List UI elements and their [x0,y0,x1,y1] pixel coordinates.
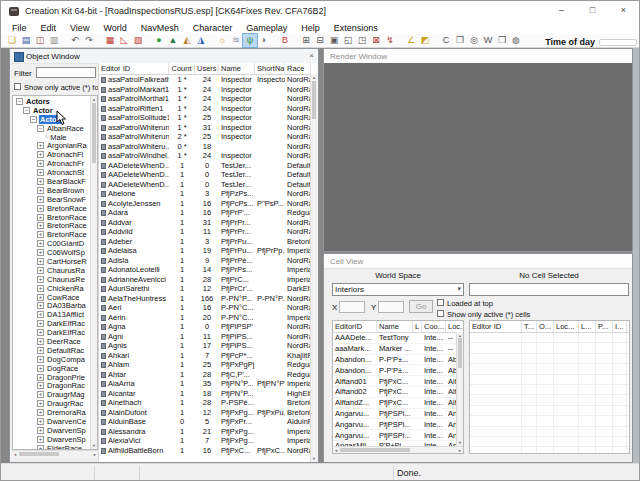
collapse-icon[interactable] [16,98,23,105]
table-row[interactable]: Alessandra121PfjPxPg...Imperial... [99,427,317,437]
expand-icon[interactable] [37,320,44,327]
expand-icon[interactable] [37,427,44,434]
expand-icon[interactable] [37,196,44,203]
table-row[interactable]: Addvar131PfjPrPr...NordRa... [99,218,317,228]
table-row[interactable]: Agna10PfjPiPSP'NordRa... [99,322,317,332]
tree-item-bearblackf[interactable]: BearBlackF [14,177,89,186]
save-icon[interactable]: ▤ [19,34,33,47]
table-row[interactable]: AdrianneAvenicci128PfjPrC...Imperial... [99,275,317,285]
show-only-active-cells-checkbox[interactable] [437,310,444,317]
table-row[interactable]: AelaTheHuntress1166P-PN°P...P-PN°P...Nor… [99,294,317,304]
table-row[interactable]: Aicantar118PfjPN°P...HighElf... [99,389,317,399]
cell-row[interactable]: Abandon...P-P'P±...Inte...Aba... [333,365,463,376]
column-header[interactable]: L [413,321,422,332]
column-header[interactable]: Count [169,63,195,74]
expand-icon[interactable] [37,231,44,238]
minimize-button[interactable]: – [546,1,577,21]
table-row[interactable]: Ahlam125PfjPxPgPjRedgua... [99,360,317,370]
expand-icon[interactable] [37,178,44,185]
tree-item-male[interactable]: └Male [14,133,89,142]
expand-icon[interactable] [37,240,44,247]
hall-of-markers-icon[interactable]: ▣ [327,34,341,47]
y-coordinate-input[interactable] [378,301,404,313]
redo-icon[interactable]: ↷ [82,34,96,47]
column-header[interactable]: Name [377,321,413,332]
table-row[interactable]: Aeri116P-PN°C...NordRa... [99,303,317,313]
column-header[interactable]: Editor ID [470,321,522,332]
expand-icon[interactable] [37,418,44,425]
collapse-icon[interactable] [23,107,30,114]
tree-item-dogcompa[interactable]: DogCompa [14,355,89,364]
close-button[interactable]: × [608,1,639,21]
scroll-right-icon[interactable] [93,452,97,457]
cell-list-horizontal-scrollbar[interactable] [333,446,463,453]
world-spaces-icon[interactable]: W [481,34,495,47]
collapse-icon[interactable] [30,116,37,123]
expand-icon[interactable] [37,347,44,354]
table-row[interactable]: Ahkari17PfjPcP*...KhajiitR... [99,351,317,361]
table-row[interactable]: asaPatrolWhiterun22 *25InspectorNordRa..… [99,132,317,142]
render-window-titlebar[interactable]: Render Window [324,49,632,64]
scroll-thumb[interactable] [458,338,462,368]
grass-icon[interactable]: ψ [243,34,257,47]
column-header[interactable]: EditorID [333,321,377,332]
tree-item-bearsnowf[interactable]: BearSnowF [14,195,89,204]
tree-item-dragonrac[interactable]: DragonRac [14,382,89,391]
expand-icon[interactable] [37,169,44,176]
scroll-left-icon[interactable] [13,452,17,457]
menu-view[interactable]: View [63,23,96,33]
cell-row[interactable]: Abandon...P-P'P±...Inte...Aba... [333,355,463,366]
unbound-window-icon[interactable]: ⊠ [369,34,383,47]
table-row[interactable]: asaPatrolRiften11 *24InspectorNordRa... [99,104,317,114]
undo-icon[interactable]: ↶ [68,34,82,47]
cell-filter-input[interactable] [469,283,629,296]
tree-item-bretonrace[interactable]: BretonRace [14,230,89,239]
tree-item-darkelfrac[interactable]: DarkElfRac [14,319,89,328]
filter-input[interactable] [36,67,96,78]
table-row[interactable]: AiaArria135PfjPN°P...PfjPN°P'Imperial... [99,379,317,389]
column-header[interactable]: Editor ID [99,63,169,74]
table-row[interactable]: Aerin120P-PN°C...Imperial... [99,313,317,323]
tree-item-actor[interactable]: Actor [14,106,89,115]
expand-icon[interactable] [37,356,44,363]
expand-icon[interactable] [37,338,44,345]
menu-navmesh[interactable]: NavMesh [134,23,186,33]
cell-row[interactable]: Alftand01PfjPxC...Inte...Alft... [333,376,463,387]
collapse-icon[interactable] [37,125,44,132]
expand-icon[interactable] [37,329,44,336]
time-of-day-slider[interactable] [599,39,637,46]
expand-icon[interactable] [37,391,44,398]
tree-item-darkelfrac[interactable]: DarkElfRac [14,328,89,337]
table-row[interactable]: AlduinBase05PfjPxPr...AlduinR... [99,417,317,427]
landscape-icon[interactable]: ▲ [166,34,180,47]
cell-row[interactable]: Alftand02PfjPxC...Inte...Alft... [333,387,463,398]
table-row[interactable]: Adisla19PfjPrPé...NordRa... [99,256,317,266]
table-row[interactable]: Adelaisa119PfjPrPu...PfjPrPp...Imperial.… [99,246,317,256]
globe-icon[interactable]: ◍ [509,34,523,47]
cell-row[interactable]: Angarvu...PfjPSPi...Inte...Ang... [333,409,463,420]
menu-edit[interactable]: Edit [34,23,64,33]
table-row[interactable]: asaPatrolWhiteru..0 *18NordRa... [99,142,317,152]
column-header[interactable]: Users [195,63,219,74]
table-row[interactable]: Addvild111PfjPrPr...NordRa... [99,227,317,237]
save-window-icon[interactable]: ❒ [495,34,509,47]
column-header[interactable]: O... [537,321,554,332]
scroll-right-icon[interactable] [458,448,462,453]
expand-icon[interactable] [37,374,44,381]
swap-window-icon[interactable]: ❐ [453,34,467,47]
column-header[interactable]: Race [285,63,311,74]
menu-help[interactable]: Help [294,23,327,33]
dialogue-icon[interactable]: ◗ [257,34,271,47]
expand-icon[interactable] [37,249,44,256]
tree-item-bretonrace[interactable]: BretonRace [14,204,89,213]
expand-icon[interactable] [37,285,44,292]
tree-item-defaultrac[interactable]: DefaultRac [14,346,89,355]
scroll-up-icon[interactable] [91,97,97,102]
world-space-dropdown[interactable]: Interiors [332,283,464,296]
menu-character[interactable]: Character [186,23,240,33]
back-window-icon[interactable]: ◳ [355,34,369,47]
table-row[interactable]: Ainethach128P-PSPé...BretonR... [99,398,317,408]
tree-item-da03barba[interactable]: DA03Barba [14,301,89,310]
tree-item-actor[interactable]: Actor [14,115,89,124]
tree-vertical-scrollbar[interactable] [90,96,97,449]
